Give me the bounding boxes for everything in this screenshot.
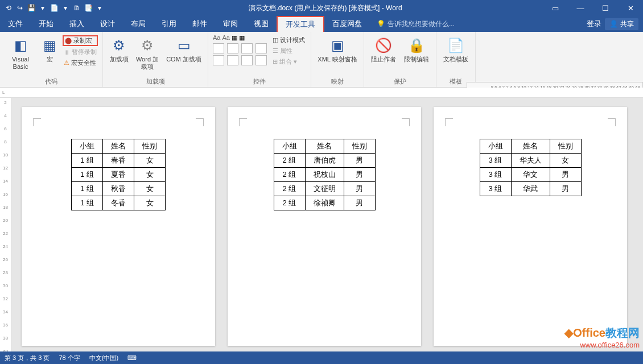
macros-button[interactable]: ▦宏 <box>40 34 59 63</box>
tab-文件[interactable]: 文件 <box>0 16 31 32</box>
table-cell[interactable]: 女 <box>134 154 166 168</box>
table-cell[interactable]: 1 组 <box>72 182 103 196</box>
redo-icon[interactable]: ↪ <box>15 3 25 13</box>
table-row[interactable]: 3 组华文男 <box>480 168 581 182</box>
undo-icon[interactable]: ⟲ <box>3 3 14 13</box>
table-cell[interactable]: 祝枝山 <box>305 168 344 182</box>
tab-审阅[interactable]: 审阅 <box>215 16 246 32</box>
table-cell[interactable]: 2 组 <box>274 182 305 196</box>
qat-dropdown3-icon[interactable]: ▾ <box>94 3 105 13</box>
visual-basic-button[interactable]: ◧Visual Basic <box>5 34 36 71</box>
page-3[interactable]: 小组姓名性别3 组华夫人女3 组华文男3 组华武男 <box>434 107 627 346</box>
qat-dropdown2-icon[interactable]: ▾ <box>60 3 71 13</box>
table-header-cell[interactable]: 姓名 <box>103 139 134 154</box>
table-cell[interactable]: 春香 <box>103 154 134 168</box>
word-count[interactable]: 78 个字 <box>59 354 80 362</box>
table-cell[interactable]: 华夫人 <box>511 154 550 168</box>
table-header-cell[interactable]: 姓名 <box>511 139 550 154</box>
table-cell[interactable]: 女 <box>134 196 166 210</box>
table-cell[interactable]: 文征明 <box>305 182 344 196</box>
record-macro-button[interactable]: ⬤录制宏 <box>63 35 98 46</box>
table-cell[interactable]: 男 <box>344 182 375 196</box>
doc-icon[interactable]: 🗎 <box>72 3 82 13</box>
table-cell[interactable]: 男 <box>344 154 375 168</box>
data-table-3[interactable]: 小组姓名性别3 组华夫人女3 组华文男3 组华武男 <box>480 139 582 196</box>
horizontal-ruler[interactable]: L <box>0 88 643 98</box>
table-row[interactable]: 2 组唐伯虎男 <box>274 154 375 168</box>
table-header-cell[interactable]: 小组 <box>274 139 305 154</box>
save-icon[interactable]: 💾 <box>26 3 36 13</box>
table-cell[interactable]: 2 组 <box>274 168 305 182</box>
table-cell[interactable]: 女 <box>550 154 581 168</box>
table-row[interactable]: 1 组秋香女 <box>72 182 166 196</box>
table-row[interactable]: 2 组徐祯卿男 <box>274 196 375 210</box>
table-header-cell[interactable]: 性别 <box>344 139 375 154</box>
xml-mapping-button[interactable]: ▣XML 映射窗格 <box>316 34 359 63</box>
tab-开始[interactable]: 开始 <box>31 16 61 32</box>
design-mode-button[interactable]: ◫设计模式 <box>271 35 306 45</box>
share-button[interactable]: 👤共享 <box>605 18 638 30</box>
table-row[interactable]: 1 组夏香女 <box>72 168 166 182</box>
tab-布局[interactable]: 布局 <box>123 16 154 32</box>
page-2[interactable]: 小组姓名性别2 组唐伯虎男2 组祝枝山男2 组文征明男2 组徐祯卿男 <box>228 107 421 346</box>
table-row[interactable]: 3 组华武男 <box>480 182 581 196</box>
controls-gallery[interactable] <box>213 43 268 65</box>
table-header-cell[interactable]: 小组 <box>480 139 511 154</box>
table-header-cell[interactable]: 性别 <box>550 139 581 154</box>
table-cell[interactable]: 秋香 <box>103 182 134 196</box>
table-cell[interactable]: 3 组 <box>480 154 511 168</box>
table-cell[interactable]: 男 <box>550 182 581 196</box>
minimize-button[interactable]: — <box>568 0 593 16</box>
ime-status[interactable]: ⌨ <box>127 354 137 362</box>
tab-引用[interactable]: 引用 <box>154 16 184 32</box>
table-cell[interactable]: 冬香 <box>103 196 134 210</box>
block-authors-button[interactable]: 🚫阻止作者 <box>369 34 398 63</box>
properties-button[interactable]: ☰属性 <box>271 46 306 56</box>
addins-button[interactable]: ⚙加载项 <box>108 34 130 63</box>
table-cell[interactable]: 徐祯卿 <box>305 196 344 210</box>
language-status[interactable]: 中文(中国) <box>89 354 118 362</box>
login-link[interactable]: 登录 <box>587 19 601 29</box>
table-cell[interactable]: 华文 <box>511 168 550 182</box>
data-table-2[interactable]: 小组姓名性别2 组唐伯虎男2 组祝枝山男2 组文征明男2 组徐祯卿男 <box>274 139 376 210</box>
table-cell[interactable]: 唐伯虎 <box>305 154 344 168</box>
tab-插入[interactable]: 插入 <box>61 16 92 32</box>
word-addins-button[interactable]: ⚙Word 加载项 <box>134 34 161 71</box>
tab-设计[interactable]: 设计 <box>92 16 123 32</box>
table-row[interactable]: 1 组冬香女 <box>72 196 166 210</box>
new-doc-icon[interactable]: 📄 <box>49 3 59 13</box>
data-table-1[interactable]: 小组姓名性别1 组春香女1 组夏香女1 组秋香女1 组冬香女 <box>71 139 166 210</box>
maximize-button[interactable]: ☐ <box>593 0 618 16</box>
tell-me-search[interactable]: 💡 告诉我您想要做什么... <box>377 19 455 29</box>
close-button[interactable]: ✕ <box>618 0 643 16</box>
vertical-ruler[interactable]: 24681012141618202224262830323436384042 <box>0 98 11 354</box>
page-count[interactable]: 第 3 页，共 3 页 <box>5 354 50 362</box>
qat-dropdown-icon[interactable]: ▾ <box>38 3 48 13</box>
table-cell[interactable]: 3 组 <box>480 168 511 182</box>
table-cell[interactable]: 女 <box>134 168 166 182</box>
tab-百度网盘[interactable]: 百度网盘 <box>324 16 370 32</box>
ribbon-options-icon[interactable]: ▭ <box>543 0 568 16</box>
print-icon[interactable]: 📑 <box>83 3 93 13</box>
table-row[interactable]: 2 组祝枝山男 <box>274 168 375 182</box>
table-cell[interactable]: 夏香 <box>103 168 134 182</box>
table-cell[interactable]: 2 组 <box>274 154 305 168</box>
table-cell[interactable]: 男 <box>550 168 581 182</box>
restrict-editing-button[interactable]: 🔒限制编辑 <box>402 34 431 63</box>
table-cell[interactable]: 2 组 <box>274 196 305 210</box>
tab-视图[interactable]: 视图 <box>246 16 277 32</box>
table-header-cell[interactable]: 姓名 <box>305 139 344 154</box>
group-button[interactable]: ⊞组合▾ <box>271 57 306 67</box>
table-cell[interactable]: 男 <box>344 196 375 210</box>
tab-开发工具[interactable]: 开发工具 <box>277 16 324 32</box>
table-cell[interactable]: 1 组 <box>72 154 103 168</box>
page-1[interactable]: 小组姓名性别1 组春香女1 组夏香女1 组秋香女1 组冬香女 <box>22 107 215 346</box>
table-header-cell[interactable]: 小组 <box>72 139 103 154</box>
table-cell[interactable]: 女 <box>134 182 166 196</box>
table-row[interactable]: 2 组文征明男 <box>274 182 375 196</box>
table-cell[interactable]: 1 组 <box>72 168 103 182</box>
table-cell[interactable]: 男 <box>344 168 375 182</box>
table-row[interactable]: 3 组华夫人女 <box>480 154 581 168</box>
table-cell[interactable]: 3 组 <box>480 182 511 196</box>
table-row[interactable]: 1 组春香女 <box>72 154 166 168</box>
